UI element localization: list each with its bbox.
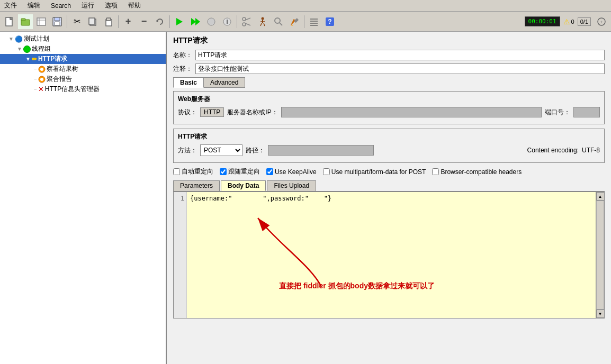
toolbar-templates-btn[interactable] — [34, 14, 49, 29]
comment-input[interactable] — [195, 63, 605, 74]
svg-rect-4 — [21, 19, 25, 21]
tree-label-thread-group: 线程组 — [32, 44, 51, 53]
checkbox-auto-redirect-input[interactable] — [173, 168, 180, 175]
toolbar-save-btn[interactable] — [50, 14, 65, 29]
tree-item-view-results[interactable]: − 察看结果树 — [0, 64, 166, 74]
toolbar-new-btn[interactable] — [2, 14, 17, 29]
svg-rect-9 — [55, 17, 60, 21]
toolbar-remove-btn[interactable]: − — [137, 14, 151, 29]
scroll-up-arrow[interactable]: ▲ — [596, 192, 605, 201]
checkbox-follow-redirect-label: 跟随重定向 — [228, 167, 260, 176]
name-input[interactable] — [195, 50, 605, 60]
server-input[interactable] — [281, 107, 542, 117]
http-request-section: HTTP请求 方法： POST GET PUT DELETE 路径： Conte… — [173, 129, 605, 163]
warn-count: 0 — [571, 19, 574, 25]
menubar: 文件 编辑 Search 运行 选项 帮助 — [0, 0, 611, 12]
toolbar-copy-btn[interactable] — [85, 14, 100, 29]
tree-item-http-header[interactable]: − ✕ HTTP信息头管理器 — [0, 84, 166, 94]
svg-rect-32 — [294, 18, 299, 23]
tree-item-aggregate[interactable]: − 聚合报告 — [0, 74, 166, 84]
checkbox-follow-redirect-input[interactable] — [220, 168, 227, 175]
sub-tab-parameters[interactable]: Parameters — [173, 180, 220, 191]
toolbar-runner-btn[interactable] — [255, 14, 270, 29]
toolbar-start-btn[interactable] — [172, 14, 187, 29]
code-content[interactable]: {username:" ",password:" "} — [187, 192, 596, 318]
tree-item-http-request[interactable]: ▼ ✏ HTTP请求 — [0, 54, 166, 64]
toolbar-cut-btn[interactable]: ✂ — [69, 14, 84, 29]
svg-rect-10 — [55, 22, 60, 25]
path-label: 路径： — [246, 146, 265, 155]
checkbox-keepalive[interactable]: Use KeepAlive — [266, 168, 317, 176]
tree-label-view-results: 察看结果树 — [47, 65, 78, 74]
tree-item-thread-group[interactable]: ▼ 线程组 — [0, 44, 166, 54]
web-server-section: Web服务器 协议： HTTP 服务器名称或IP： 端口号： — [173, 91, 605, 124]
right-panel: HTTP请求 名称： 注释： Basic Advanced Web服务器 协议：… — [167, 32, 611, 364]
toolbar-cut2-btn[interactable] — [239, 14, 254, 29]
toolbar-stop-btn[interactable] — [204, 14, 219, 29]
vertical-scrollbar[interactable]: ▲ ▼ — [596, 192, 604, 318]
menu-file[interactable]: 文件 — [2, 1, 19, 11]
toolbar-open-btn[interactable] — [18, 14, 33, 29]
svg-point-30 — [275, 18, 280, 23]
tab-advanced[interactable]: Advanced — [203, 77, 245, 88]
path-input[interactable] — [268, 145, 374, 156]
port-input[interactable] — [573, 107, 600, 117]
protocol-value: HTTP — [200, 107, 224, 117]
toolbar: ✂ + − — [0, 12, 611, 32]
method-select[interactable]: POST GET PUT DELETE — [200, 144, 242, 156]
server-label: 服务器名称或IP： — [227, 108, 277, 117]
checkbox-multipart-label: Use multipart/form-data for POST — [331, 168, 426, 176]
menu-run[interactable]: 运行 — [79, 1, 96, 11]
encoding-label: Content encoding: — [527, 147, 579, 154]
checkbox-auto-redirect[interactable]: 自动重定向 — [173, 167, 213, 176]
checkbox-auto-redirect-label: 自动重定向 — [182, 167, 213, 176]
menu-help[interactable]: 帮助 — [126, 1, 143, 11]
menu-search[interactable]: Search — [49, 2, 73, 10]
name-row: 名称： — [173, 50, 605, 60]
tree-label-aggregate: 聚合报告 — [47, 75, 72, 84]
checkbox-browser-headers[interactable]: Browser-compatible headers — [432, 168, 522, 176]
tree-label-http-header: HTTP信息头管理器 — [45, 85, 100, 94]
toolbar-search-btn[interactable] — [271, 14, 286, 29]
checkbox-keepalive-label: Use KeepAlive — [275, 168, 317, 176]
toolbar-shutdown-btn[interactable] — [220, 14, 235, 29]
checkbox-browser-headers-input[interactable] — [432, 168, 439, 175]
checkbox-multipart[interactable]: Use multipart/form-data for POST — [323, 168, 426, 176]
port-label: 端口号： — [545, 108, 570, 117]
toolbar-help-btn[interactable]: ? — [322, 14, 337, 29]
svg-marker-16 — [191, 18, 196, 25]
scroll-track[interactable] — [596, 201, 604, 310]
menu-edit[interactable]: 编辑 — [25, 1, 42, 11]
tree-item-test-plan[interactable]: ▼ 🔵 测试计划 — [0, 34, 166, 44]
page-title: HTTP请求 — [173, 36, 605, 46]
code-editor[interactable]: 1 {username:" ",password:" "} ▲ ▼ — [173, 192, 605, 319]
sub-tab-files-upload[interactable]: Files Upload — [267, 180, 316, 191]
main-tabs: Basic Advanced — [173, 77, 605, 88]
encoding-value: UTF-8 — [582, 147, 600, 154]
server-row: 协议： HTTP 服务器名称或IP： 端口号： — [178, 107, 600, 117]
checkboxes-row: 自动重定向 跟随重定向 Use KeepAlive Use multipart/… — [173, 167, 605, 176]
tab-basic[interactable]: Basic — [173, 77, 204, 88]
toolbar-expand-btn[interactable]: + — [594, 14, 609, 29]
protocol-label: 协议： — [178, 108, 197, 117]
checkbox-multipart-input[interactable] — [323, 168, 330, 175]
checkbox-browser-headers-label: Browser-compatible headers — [441, 168, 522, 176]
toolbar-start-nopause-btn[interactable] — [188, 14, 203, 29]
code-editor-container: 1 {username:" ",password:" "} ▲ ▼ — [173, 192, 605, 319]
toolbar-add-btn[interactable]: + — [121, 14, 136, 29]
checkbox-keepalive-input[interactable] — [266, 168, 273, 175]
toolbar-list-btn[interactable] — [307, 14, 321, 29]
scroll-down-arrow[interactable]: ▼ — [596, 310, 605, 318]
toolbar-clear-btn[interactable] — [287, 14, 302, 29]
warning-icon: ⚠ — [563, 17, 570, 26]
toolbar-separator-3 — [169, 15, 170, 28]
checkbox-follow-redirect[interactable]: 跟随重定向 — [220, 167, 260, 176]
toolbar-reset-btn[interactable] — [152, 14, 167, 29]
method-label: 方法： — [178, 146, 197, 155]
svg-point-42 — [40, 68, 43, 71]
warning-badge: ⚠ 0 — [563, 17, 574, 26]
toolbar-paste-btn[interactable] — [101, 14, 116, 29]
svg-line-31 — [280, 23, 282, 25]
sub-tab-body-data[interactable]: Body Data — [221, 180, 266, 191]
menu-options[interactable]: 选项 — [103, 1, 120, 11]
